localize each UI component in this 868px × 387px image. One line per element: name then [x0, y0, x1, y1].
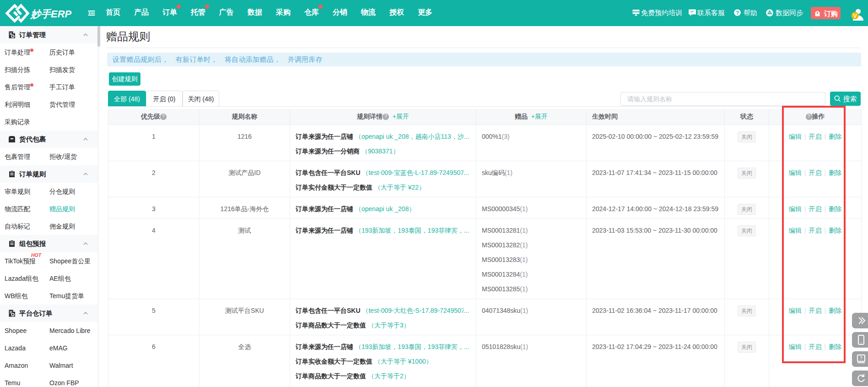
svg-text:V: V: [853, 13, 857, 19]
svg-text:?: ?: [736, 10, 739, 16]
svg-text:?: ?: [860, 356, 863, 361]
